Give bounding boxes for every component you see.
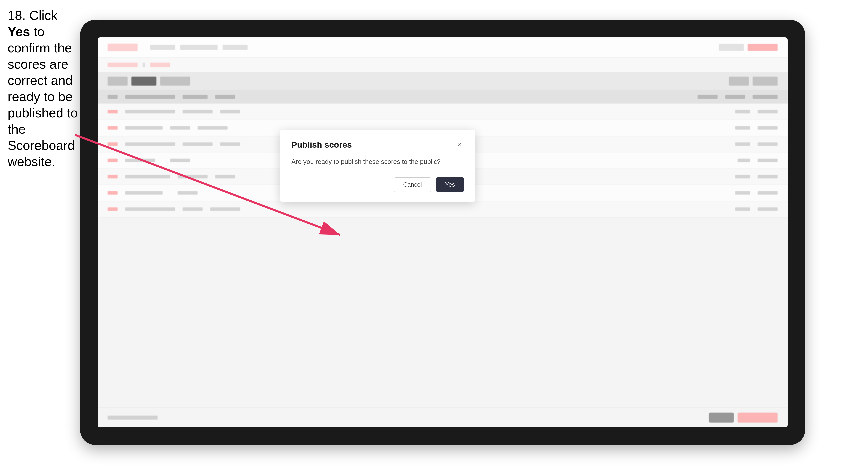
- toolbar-btn-right-1: [729, 77, 749, 86]
- col-h-7: [753, 95, 778, 99]
- cell-icon: [107, 191, 118, 195]
- close-icon[interactable]: ×: [455, 141, 464, 150]
- nav-item-1: [150, 45, 175, 50]
- footer-right: [709, 413, 778, 423]
- yes-emphasis: Yes: [7, 25, 30, 39]
- breadcrumb-2: [150, 63, 170, 67]
- app-background: [97, 37, 788, 428]
- cell-score: [735, 126, 750, 130]
- table-row: [97, 201, 788, 218]
- app-logo: [107, 44, 137, 51]
- col-h-2: [125, 95, 175, 99]
- cell-val2: [215, 175, 235, 179]
- col-h-5: [698, 95, 718, 99]
- tablet-screen: Publish scores × Are you ready to publis…: [97, 37, 788, 428]
- cell-score: [735, 110, 750, 114]
- cell-val2: [210, 208, 240, 211]
- toolbar-right: [729, 77, 778, 86]
- toolbar-btn-2: [131, 77, 156, 86]
- cell-val1: [183, 110, 213, 114]
- cell-name: [125, 175, 170, 179]
- cell-val1: [183, 208, 203, 211]
- app-subheader: [97, 58, 788, 72]
- cell-name: [125, 126, 162, 130]
- cell-score: [735, 208, 750, 211]
- footer-text: [107, 416, 158, 420]
- cell-score: [735, 191, 750, 195]
- dialog-body: Are you ready to publish these scores to…: [291, 157, 464, 166]
- footer-btn-save: [709, 413, 734, 423]
- cell-score: [738, 159, 750, 162]
- cell-rank: [758, 126, 778, 130]
- footer-btn-publish: [738, 413, 778, 423]
- step-number: 18.: [7, 8, 26, 23]
- dialog-header: Publish scores ×: [291, 140, 464, 150]
- nav-item-2: [180, 45, 218, 50]
- cell-rank: [758, 110, 778, 114]
- toolbar-btn-1: [107, 77, 127, 86]
- tablet-device: Publish scores × Are you ready to publis…: [80, 20, 805, 445]
- cell-icon: [107, 110, 118, 114]
- col-h-3: [183, 95, 208, 99]
- app-nav: [150, 45, 248, 50]
- cell-name: [125, 143, 175, 146]
- cell-icon: [107, 175, 118, 179]
- instruction-text: 18. Click Yes to confirm the scores are …: [7, 7, 80, 170]
- cancel-button[interactable]: Cancel: [394, 178, 431, 192]
- cell-val2: [220, 110, 240, 114]
- cell-icon: [107, 143, 118, 146]
- col-h-6: [725, 95, 745, 99]
- col-h-1: [107, 95, 118, 99]
- nav-item-3: [223, 45, 248, 50]
- table-header: [97, 90, 788, 104]
- app-header: [97, 37, 788, 58]
- cell-val1: [183, 143, 213, 146]
- cell-name: [125, 159, 155, 162]
- cell-val2: [170, 159, 190, 162]
- cell-rank: [758, 208, 778, 211]
- cell-rank: [758, 191, 778, 195]
- cell-score: [735, 175, 750, 179]
- header-btn-1: [719, 44, 744, 51]
- cell-val2: [178, 191, 197, 195]
- cell-sub: [170, 126, 190, 130]
- cell-rank: [758, 175, 778, 179]
- table-row: [97, 104, 788, 120]
- breadcrumb-sep: [143, 63, 145, 67]
- header-right: [719, 44, 778, 51]
- cell-val1: [197, 126, 227, 130]
- col-h-4: [215, 95, 235, 99]
- header-btn-accent: [748, 44, 778, 51]
- cell-rank: [758, 143, 778, 146]
- cell-val1: [178, 175, 208, 179]
- dialog-title: Publish scores: [291, 140, 352, 150]
- cell-icon: [107, 208, 118, 211]
- cell-val2: [220, 143, 240, 146]
- app-footer: [97, 407, 788, 428]
- yes-button[interactable]: Yes: [436, 178, 464, 192]
- cell-icon: [107, 159, 118, 162]
- dialog-footer: Cancel Yes: [291, 178, 464, 192]
- breadcrumb-1: [107, 63, 137, 67]
- cell-score: [735, 143, 750, 146]
- cell-icon: [107, 126, 118, 130]
- toolbar-btn-3: [160, 77, 190, 86]
- cell-name: [125, 191, 162, 195]
- cell-name: [125, 208, 175, 211]
- cell-rank: [758, 159, 778, 162]
- publish-scores-dialog: Publish scores × Are you ready to publis…: [280, 130, 475, 202]
- cell-name: [125, 110, 175, 114]
- app-toolbar: [97, 72, 788, 90]
- toolbar-btn-right-2: [753, 77, 778, 86]
